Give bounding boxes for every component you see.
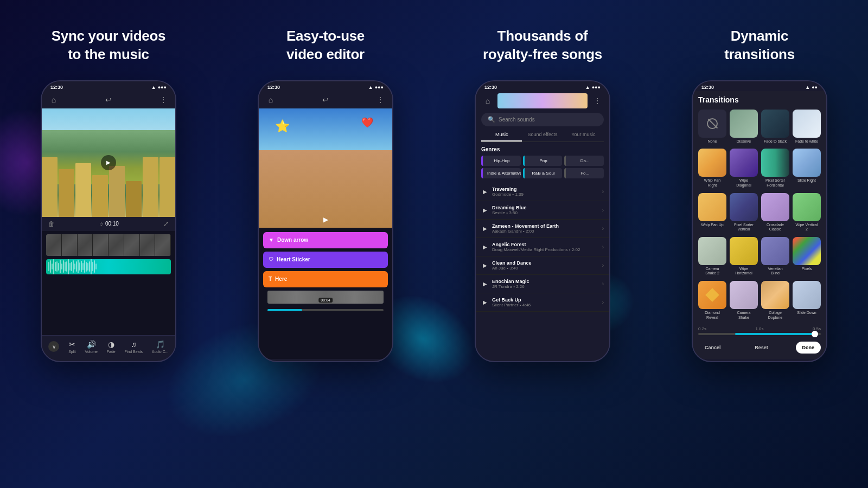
songs-tabs: Music Sound effects Your music	[481, 129, 604, 142]
home-icon[interactable]: ⌂	[48, 94, 59, 105]
transition-none[interactable]: None	[698, 110, 726, 146]
transition-camera-s[interactable]: Camera Shake	[730, 281, 758, 322]
play-clean-dance[interactable]: ▶	[481, 261, 489, 269]
progress-fill	[267, 309, 302, 311]
song-row-7[interactable]: ▶ Get Back Up Silent Partner • 4:46 ›	[476, 293, 609, 312]
split-tool[interactable]: ✂ Split	[68, 340, 76, 354]
undo-icon-2[interactable]: ↩	[320, 94, 331, 105]
section-editor-title: Easy-to-use video editor	[286, 27, 365, 64]
play-enochian[interactable]: ▶	[481, 280, 489, 287]
search-bar[interactable]: 🔍 Search sounds	[481, 113, 604, 126]
genre-pop[interactable]: Pop	[523, 156, 563, 166]
song-info-3: Zameen - Movement of Earth Aakash Gandhi…	[492, 223, 599, 234]
phone3-content: ⌂ ⋮ 🔍 Search sounds Music Sound effects …	[476, 91, 609, 359]
play-traversing[interactable]: ▶	[481, 188, 489, 195]
genre-more2[interactable]: Fo...	[564, 168, 604, 178]
more-icon-3[interactable]: ⋮	[592, 95, 603, 106]
status-bar-1: 12:30 ▲ ●●●	[42, 81, 175, 91]
transition-slide-d[interactable]: Slide Down	[793, 281, 821, 322]
undo-icon[interactable]: ↩	[103, 94, 114, 105]
play-get-back-up[interactable]: ▶	[481, 298, 489, 306]
play-button-1[interactable]: ▶	[101, 155, 116, 170]
heart-sticker-item[interactable]: ♡ Heart Sticker	[263, 252, 388, 268]
song-row-3[interactable]: ▶ Zameen - Movement of Earth Aakash Gand…	[476, 220, 609, 238]
genres-title: Genres	[481, 146, 604, 152]
transition-pixels[interactable]: Pixels	[793, 237, 821, 278]
song-row-2[interactable]: ▶ Dreaming Blue Sextile • 3:50 ›	[476, 201, 609, 220]
genre-more1[interactable]: Da...	[564, 156, 604, 166]
tab-music[interactable]: Music	[481, 129, 522, 142]
play-button-2[interactable]: ▶	[323, 216, 328, 223]
find-beats-tool[interactable]: ♬ Find Beats	[125, 340, 143, 354]
star-sticker: ⭐	[275, 119, 290, 133]
song-arrow-3[interactable]: ›	[602, 226, 604, 232]
song-arrow-7[interactable]: ›	[602, 299, 604, 305]
video-duration: ⏱ 00:10	[99, 221, 119, 227]
transition-whip-u[interactable]: Whip Pan Up	[698, 193, 726, 234]
preview-banner	[497, 93, 588, 108]
sticker-down-icon: ▼	[269, 237, 274, 243]
stickers-panel: ▼ Down arrow ♡ Heart Sticker T Here 00:0…	[259, 228, 392, 359]
song-row-6[interactable]: ▶ Enochian Magic JR Tundra • 2:26 ›	[476, 275, 609, 293]
phone3-header: ⌂ ⋮	[476, 91, 609, 111]
transition-fade-black[interactable]: Fade to black	[761, 110, 789, 146]
song-arrow-5[interactable]: ›	[602, 262, 604, 268]
reset-button[interactable]: Reset	[748, 342, 775, 354]
audio-icon: 🎵	[156, 340, 165, 349]
song-arrow-6[interactable]: ›	[602, 281, 604, 287]
timeline-strip-2[interactable]: 00:04	[267, 291, 384, 304]
transition-pixel-v[interactable]: Pixel Sorter Vertical	[730, 193, 758, 234]
home-icon-3[interactable]: ⌂	[482, 95, 493, 106]
transition-collage[interactable]: Collage Doptone	[761, 281, 789, 322]
song-arrow-1[interactable]: ›	[602, 189, 604, 195]
more-icon[interactable]: ⋮	[158, 94, 169, 105]
speed-thumb[interactable]	[812, 331, 818, 337]
expand-icon[interactable]: ⤢	[163, 220, 169, 228]
play-zameen[interactable]: ▶	[481, 224, 489, 232]
transition-venetian[interactable]: Venetian Blind	[761, 237, 789, 278]
transition-fade-white[interactable]: Fade to white	[793, 110, 821, 146]
collapse-button[interactable]: ∨	[48, 341, 59, 352]
song-row-1[interactable]: ▶ Traversing Godmode • 1:39 ›	[476, 183, 609, 201]
trash-icon[interactable]: 🗑	[48, 220, 55, 228]
waveform	[46, 259, 171, 274]
play-dreaming-blue[interactable]: ▶	[481, 206, 489, 214]
transition-dissolve[interactable]: Dissolve	[730, 110, 758, 146]
audio-clip-tool[interactable]: 🎵 Audio C...	[152, 340, 169, 354]
status-bar-4: 12:30 ▲ ●●	[693, 81, 826, 91]
transition-wipe-diag[interactable]: Wipe Diagonal	[730, 149, 758, 189]
genre-indie[interactable]: Indie & Alternative	[481, 168, 521, 178]
transition-crossfade[interactable]: Crossfade Classic	[761, 193, 789, 234]
speed-slider[interactable]	[698, 333, 821, 335]
transition-pixel-h[interactable]: Pixel Sorter Horizontal	[761, 149, 789, 189]
down-arrow-sticker[interactable]: ▼ Down arrow	[263, 232, 388, 248]
text-sticker-item[interactable]: T Here	[263, 271, 388, 287]
song-row-5[interactable]: ▶ Clean and Dance An Jue • 3:40 ›	[476, 256, 609, 275]
section-transitions-title: Dynamic transitions	[724, 27, 795, 64]
transition-slide-r[interactable]: Slide Right	[793, 149, 821, 189]
search-placeholder: Search sounds	[499, 117, 535, 123]
transition-wipe-h[interactable]: Wipe Horizontal	[730, 237, 758, 278]
diamond-shape	[705, 288, 719, 302]
song-arrow-2[interactable]: ›	[602, 207, 604, 213]
song-arrow-4[interactable]: ›	[602, 244, 604, 250]
play-angelic[interactable]: ▶	[481, 243, 489, 251]
genre-hiphop[interactable]: Hip-Hop	[481, 156, 521, 166]
tab-your-music[interactable]: Your music	[563, 129, 604, 142]
song-row-4[interactable]: ▶ Angelic Forest Doug Maxwell/Media Righ…	[476, 238, 609, 256]
tab-sound-effects[interactable]: Sound effects	[522, 129, 563, 142]
phone-2: 12:30 ▲ ●●● ⌂ ↩ ⋮ ⭐ ❤️ ▶	[258, 80, 393, 362]
transition-camera-s2[interactable]: Camera Shake 2	[698, 237, 726, 278]
transition-diamond[interactable]: Diamond Reveal	[698, 281, 726, 322]
song-info-6: Enochian Magic JR Tundra • 2:26	[492, 279, 599, 289]
home-icon-2[interactable]: ⌂	[265, 94, 276, 105]
timeline-area[interactable]	[42, 231, 175, 335]
done-button[interactable]: Done	[796, 342, 821, 354]
volume-tool[interactable]: 🔊 Volume	[85, 340, 98, 354]
cancel-button[interactable]: Cancel	[698, 342, 727, 354]
transition-wipe-v2[interactable]: Wipe Vertical 2	[793, 193, 821, 234]
more-icon-2[interactable]: ⋮	[375, 94, 386, 105]
transition-whip-r[interactable]: Whip Pan Right	[698, 149, 726, 189]
fade-tool[interactable]: ◑ Fade	[107, 340, 116, 354]
genre-rnb[interactable]: R&B & Soul	[523, 168, 563, 178]
